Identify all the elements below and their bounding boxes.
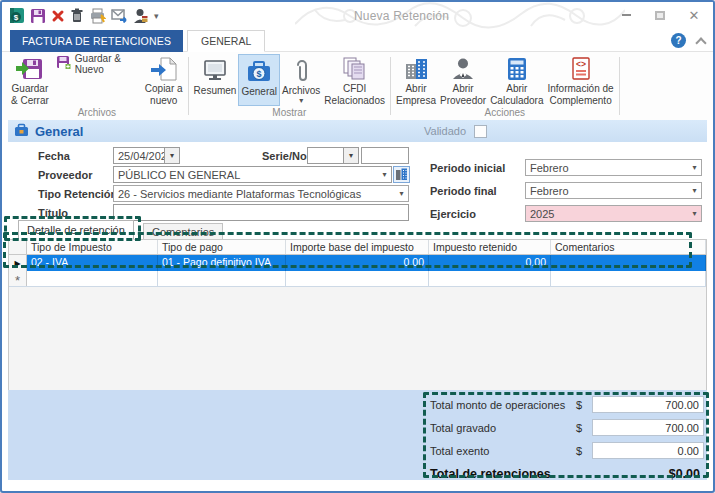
save-icon[interactable] [30, 7, 46, 24]
col-tipo-de-pago[interactable]: Tipo de pago [158, 240, 286, 254]
ejercicio-field[interactable]: 2025 ▾ [525, 205, 702, 222]
window-controls: ✕ [615, 7, 705, 23]
buildings-icon [403, 57, 429, 81]
currency-symbol: $ [576, 445, 592, 457]
periodo-inicial-field[interactable]: Febrero ▾ [525, 159, 702, 176]
ribbon-group-mostrar: Resumen $ General Archivos ▾ CFDI Relaci… [191, 54, 388, 120]
col-comentarios[interactable]: Comentarios [551, 240, 706, 254]
open-proveedor-lookup-button[interactable] [393, 166, 410, 183]
minimize-button[interactable] [615, 7, 637, 23]
paperclip-icon [288, 57, 314, 83]
grid-empty-area [9, 287, 706, 390]
dropdown-icon[interactable]: ▾ [688, 209, 701, 218]
print-icon[interactable] [89, 7, 106, 24]
tab-comentarios[interactable]: Comentarios [143, 223, 223, 240]
cell-tipo-impuesto[interactable]: 02 - IVA [27, 255, 158, 271]
general-label: General [241, 86, 277, 98]
titulo-field[interactable] [113, 204, 409, 221]
general-button[interactable]: $ General [238, 54, 280, 106]
svg-text:$: $ [14, 13, 19, 22]
numero-input[interactable] [362, 148, 408, 163]
mostrar-group-label: Mostrar [192, 106, 387, 120]
dropdown-icon[interactable]: ▾ [378, 170, 391, 179]
col-tipo-de-impuesto[interactable]: Tipo de Impuesto [27, 240, 158, 254]
archivos-button[interactable]: Archivos ▾ [280, 54, 322, 106]
save-close-icon [16, 57, 43, 81]
archivos-button-label: Archivos [282, 85, 320, 97]
total-monto-operaciones-label: Total monto de operaciones [430, 399, 576, 411]
currency-symbol: $ [576, 422, 592, 434]
numero-field[interactable] [361, 147, 409, 164]
delete-icon[interactable] [51, 7, 65, 24]
cfdi-relacionados-button[interactable]: CFDI Relacionados [322, 54, 387, 106]
collapse-ribbon-icon[interactable] [695, 37, 706, 48]
ribbon-tab-row: FACTURA DE RETENCIONES GENERAL ? [2, 30, 713, 52]
guardar-nuevo-button[interactable]: Guardar & Nuevo [51, 54, 143, 73]
briefcase-dollar-icon: $ [246, 58, 272, 84]
dropdown-icon[interactable]: ▾ [688, 186, 701, 195]
building-small-icon [395, 168, 408, 181]
col-impuesto-retenido[interactable]: Impuesto retenido [429, 240, 551, 254]
cell-comentarios[interactable] [551, 255, 706, 271]
informacion-de-complemento-button[interactable]: <> Información de Complemento [546, 54, 616, 106]
tab-detalle-de-retencion[interactable]: Detalle de retención [18, 220, 134, 240]
validado-checkbox[interactable] [474, 125, 487, 138]
mail-icon[interactable] [111, 7, 128, 24]
dropdown-icon[interactable]: ▾ [343, 148, 358, 163]
abrir-calculadora-label: Abrir Calculadora [490, 83, 543, 106]
periodo-final-field[interactable]: Febrero ▾ [525, 182, 702, 199]
tipo-retencion-field[interactable]: 26 - Servicios mediante Plataformas Tecn… [113, 185, 409, 202]
empty-cell[interactable] [429, 271, 551, 286]
dropdown-icon[interactable]: ▾ [688, 163, 701, 172]
grid-row-selected[interactable]: ▶ 02 - IVA 01 - Pago definitivo IVA 0.00… [9, 255, 706, 271]
abrir-proveedor-button[interactable]: Abrir Proveedor [438, 54, 488, 106]
col-importe-base[interactable]: Importe base del impuesto [286, 240, 429, 254]
tab-general[interactable]: GENERAL [187, 30, 265, 52]
qat-overflow-icon[interactable]: ▾ [154, 11, 159, 21]
grid-new-row[interactable]: * [9, 271, 706, 287]
cell-impuesto-retenido[interactable]: 0.00 [429, 255, 551, 271]
calculator-icon [504, 57, 530, 81]
guardar-cerrar-label: Guardar & Cerrar [11, 83, 49, 106]
tipo-retencion-label: Tipo Retención [38, 188, 117, 200]
cell-importe-base[interactable]: 0.00 [286, 255, 429, 271]
empty-cell[interactable] [551, 271, 706, 286]
ribbon-separator [188, 57, 189, 115]
briefcase-small-icon [14, 123, 29, 140]
dropdown-icon[interactable]: ▾ [164, 148, 179, 163]
help-icon[interactable]: ? [671, 33, 686, 48]
total-monto-operaciones-value[interactable]: 700.00 [592, 396, 704, 413]
empty-cell[interactable] [27, 271, 158, 286]
total-gravado-value[interactable]: 700.00 [592, 419, 704, 436]
empty-cell[interactable] [158, 271, 286, 286]
guardar-cerrar-button[interactable]: Guardar & Cerrar [9, 54, 51, 106]
trash-icon[interactable] [70, 7, 84, 24]
empty-cell[interactable] [286, 271, 429, 286]
cell-tipo-pago[interactable]: 01 - Pago definitivo IVA [158, 255, 286, 271]
svg-text:$: $ [257, 69, 262, 79]
titulo-input[interactable] [114, 205, 408, 220]
ribbon-group-acciones: Abrir Empresa Abrir Proveedor Abrir Calc… [393, 54, 617, 120]
documents-stack-icon [341, 57, 368, 81]
serie-field[interactable]: ▾ [307, 147, 359, 164]
dropdown-icon[interactable]: ▾ [395, 189, 408, 198]
resumen-button[interactable]: Resumen [192, 54, 239, 106]
copy-new-icon [150, 57, 177, 81]
close-button[interactable]: ✕ [683, 7, 705, 23]
user-icon[interactable] [133, 7, 148, 24]
total-gravado-label: Total gravado [430, 422, 576, 434]
nueva-retencion-window: $ ▾ Nueva Retención ✕ FACTURA DE RETENCI… [0, 0, 715, 493]
abrir-calculadora-button[interactable]: Abrir Calculadora [488, 54, 545, 106]
totals-block: Total monto de operaciones $ 700.00 Tota… [430, 396, 704, 482]
section-title: General [35, 124, 83, 139]
current-row-marker-icon: ▶ [14, 259, 20, 268]
total-exento-value[interactable]: 0.00 [592, 442, 704, 459]
copiar-a-nuevo-button[interactable]: Copiar a nuevo [143, 54, 185, 106]
proveedor-field[interactable]: PÚBLICO EN GENERAL ▾ [113, 166, 392, 183]
maximize-button[interactable] [649, 7, 671, 23]
abrir-empresa-button[interactable]: Abrir Empresa [394, 54, 438, 106]
cfdi-relacionados-label: CFDI Relacionados [324, 83, 385, 106]
informacion-de-complemento-label: Información de Complemento [548, 83, 614, 106]
fecha-field[interactable]: 25/04/2025 ▾ [113, 147, 180, 164]
tab-factura-de-retenciones[interactable]: FACTURA DE RETENCIONES [10, 30, 183, 52]
